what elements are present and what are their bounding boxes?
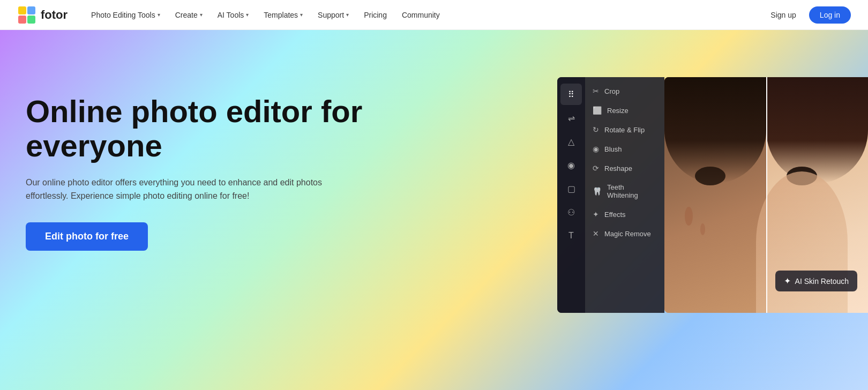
brand-name: fotor xyxy=(41,8,68,22)
navbar: fotor Photo Editing Tools ▾ Create ▾ AI … xyxy=(0,0,868,30)
svg-rect-2 xyxy=(27,6,35,14)
sidebar-icon-frame[interactable]: ▢ xyxy=(560,178,582,199)
menu-item-effects[interactable]: ✦ Effects xyxy=(585,205,664,224)
log-in-button[interactable]: Log in xyxy=(809,6,851,24)
menu-item-crop[interactable]: ✂ Crop xyxy=(585,81,664,101)
nav-photo-editing-tools[interactable]: Photo Editing Tools ▾ xyxy=(85,8,167,22)
editor-mockup: ⠿ ⇌ △ ◉ ▢ ⚇ T ✂ Crop ⬜ Resize ↻ R xyxy=(557,77,868,313)
hero-content: Online photo editor for everyone Our onl… xyxy=(26,94,369,251)
hero-description: Our online photo editor offers everythin… xyxy=(26,176,326,203)
svg-rect-3 xyxy=(18,16,26,24)
sidebar-icon-text[interactable]: T xyxy=(560,225,582,246)
logo[interactable]: fotor xyxy=(17,5,68,25)
nav-support[interactable]: Support ▾ xyxy=(311,8,355,22)
nav-links: Photo Editing Tools ▾ Create ▾ AI Tools … xyxy=(85,8,764,22)
sidebar-icon-people[interactable]: ⚇ xyxy=(560,201,582,223)
sign-up-link[interactable]: Sign up xyxy=(764,8,802,22)
hero-title: Online photo editor for everyone xyxy=(26,94,369,163)
chevron-down-icon: ▾ xyxy=(200,12,203,18)
nav-create[interactable]: Create ▾ xyxy=(169,8,209,22)
reshape-icon: ⟳ xyxy=(593,164,599,172)
crop-icon: ✂ xyxy=(593,87,599,95)
magic-remove-icon: ✕ xyxy=(593,229,599,238)
resize-icon: ⬜ xyxy=(593,106,602,115)
blush-icon: ◉ xyxy=(593,145,599,153)
nav-right: Sign up Log in xyxy=(764,6,851,24)
chevron-down-icon: ▾ xyxy=(158,12,160,18)
sidebar-icon-panel: ⠿ ⇌ △ ◉ ▢ ⚇ T xyxy=(557,77,585,313)
chevron-down-icon: ▾ xyxy=(246,12,249,18)
teeth-whitening-icon: 🦷 xyxy=(593,187,602,196)
menu-item-rotate[interactable]: ↻ Rotate & Flip xyxy=(585,120,664,139)
chevron-down-icon: ▾ xyxy=(346,12,349,18)
fotor-logo-icon xyxy=(17,5,36,25)
ai-icon: ✦ xyxy=(784,276,791,286)
menu-item-reshape[interactable]: ⟳ Reshape xyxy=(585,159,664,178)
ai-skin-retouch-badge: ✦ AI Skin Retouch xyxy=(775,271,857,291)
nav-pricing[interactable]: Pricing xyxy=(357,8,393,22)
photo-preview: ✦ AI Skin Retouch xyxy=(664,77,868,313)
edit-photo-button[interactable]: Edit photo for free xyxy=(26,222,148,251)
sidebar-icon-effects[interactable]: ◉ xyxy=(560,154,582,176)
chevron-down-icon: ▾ xyxy=(300,12,303,18)
editor-sidebar: ⠿ ⇌ △ ◉ ▢ ⚇ T ✂ Crop ⬜ Resize ↻ R xyxy=(557,77,664,313)
nav-community[interactable]: Community xyxy=(395,8,446,22)
menu-item-resize[interactable]: ⬜ Resize xyxy=(585,101,664,120)
nav-ai-tools[interactable]: AI Tools ▾ xyxy=(211,8,256,22)
sidebar-icon-adjust[interactable]: ⇌ xyxy=(560,107,582,129)
svg-rect-4 xyxy=(27,16,35,24)
face-before xyxy=(664,77,766,313)
svg-rect-1 xyxy=(18,6,26,14)
sidebar-icon-grid[interactable]: ⠿ xyxy=(560,84,582,105)
rotate-icon: ↻ xyxy=(593,125,599,134)
menu-item-teeth-whitening[interactable]: 🦷 Teeth Whitening xyxy=(585,178,664,205)
nav-templates[interactable]: Templates ▾ xyxy=(257,8,309,22)
hero-section: Online photo editor for everyone Our onl… xyxy=(0,30,868,390)
sidebar-icon-beauty[interactable]: △ xyxy=(560,131,582,152)
face-split-divider xyxy=(766,77,767,313)
sidebar-menu: ✂ Crop ⬜ Resize ↻ Rotate & Flip ◉ Blush … xyxy=(585,77,664,313)
menu-item-blush[interactable]: ◉ Blush xyxy=(585,139,664,159)
effects-icon: ✦ xyxy=(593,210,599,219)
menu-item-magic-remove[interactable]: ✕ Magic Remove xyxy=(585,224,664,243)
